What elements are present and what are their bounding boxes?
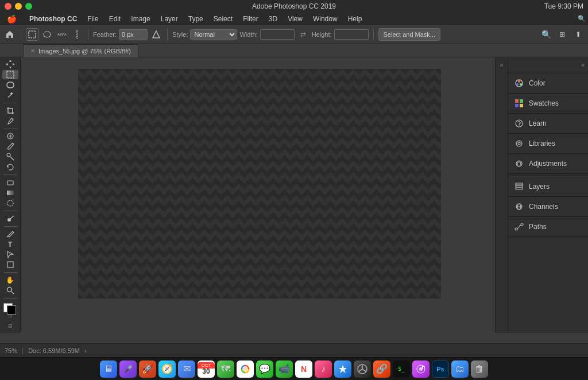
traffic-lights[interactable] — [5, 3, 32, 10]
dock-siri[interactable]: 🎤 — [119, 360, 137, 378]
svg-point-14 — [7, 287, 11, 292]
document-tab[interactable]: ✕ Images_56.jpg @ 75% (RGB/8#) — [23, 44, 138, 57]
menu-app-name[interactable]: Photoshop CC — [25, 14, 82, 24]
menu-edit[interactable]: Edit — [105, 14, 126, 24]
feather-input[interactable] — [119, 29, 148, 40]
svg-text:M: M — [258, 227, 261, 231]
dock-launchpad[interactable]: 🚀 — [139, 360, 156, 378]
hand-tool[interactable]: ✋ — [2, 276, 18, 285]
image-canvas[interactable]: M — [78, 69, 441, 298]
ellipse-marquee-btn[interactable] — [41, 28, 53, 41]
history-tool[interactable] — [2, 162, 18, 172]
menu-help[interactable]: Help — [343, 14, 367, 24]
dock-trash[interactable]: 🗑 — [471, 360, 488, 378]
maximize-button[interactable] — [25, 3, 32, 10]
menu-image[interactable]: Image — [126, 14, 154, 24]
magic-wand-tool[interactable] — [2, 91, 18, 100]
menu-3d[interactable]: 3D — [264, 14, 282, 24]
lasso-tool[interactable] — [2, 80, 18, 90]
tab-close[interactable]: ✕ — [30, 48, 35, 54]
svg-line-12 — [10, 216, 14, 219]
dock-finder[interactable]: 🖥 — [100, 360, 117, 378]
marquee-tool[interactable] — [2, 70, 18, 79]
panel-item-paths[interactable]: Paths — [508, 217, 588, 237]
menu-file[interactable]: File — [83, 14, 103, 24]
panel-divider — [508, 175, 588, 176]
path-select-tool[interactable] — [2, 250, 18, 259]
home-btn[interactable] — [3, 28, 16, 41]
color-label: Color — [529, 79, 546, 87]
dock-terminal[interactable]: $_ — [393, 360, 410, 378]
dock-mercedes[interactable] — [354, 360, 371, 378]
panel-collapse-top[interactable]: « — [497, 60, 507, 70]
crop-tool[interactable] — [2, 106, 18, 115]
swap-dimensions-btn[interactable]: ⇄ — [297, 28, 310, 41]
panel-item-libraries[interactable]: Libraries — [508, 134, 588, 154]
dock-photos[interactable] — [237, 360, 254, 378]
menu-view[interactable]: View — [283, 14, 307, 24]
refine-edge-btn[interactable] — [150, 28, 163, 41]
heal-tool[interactable] — [2, 131, 18, 141]
svg-rect-3 — [76, 30, 78, 38]
move-tool[interactable] — [2, 60, 18, 69]
select-mask-btn[interactable]: Select and Mask... — [378, 28, 441, 41]
row-marquee-btn[interactable] — [56, 28, 68, 41]
panel-item-color[interactable]: Color — [508, 73, 588, 94]
eyedropper-tool[interactable] — [2, 117, 18, 126]
gradient-tool[interactable] — [2, 188, 18, 197]
height-input[interactable] — [334, 29, 369, 40]
search-btn[interactable]: 🔍 — [540, 28, 552, 41]
width-input[interactable] — [260, 29, 295, 40]
learn-label: Learn — [529, 119, 547, 127]
status-arrow[interactable]: › — [84, 347, 87, 354]
arrange-btn[interactable]: ⊞ — [556, 28, 568, 41]
menu-select[interactable]: Select — [209, 14, 237, 24]
dock-appstore[interactable] — [334, 360, 351, 378]
menu-filter[interactable]: Filter — [238, 14, 263, 24]
dock-calendar[interactable]: OCT 30 — [198, 360, 215, 378]
search-icon[interactable]: 🔍 — [578, 15, 586, 22]
dock-photoshop[interactable]: Ps — [432, 360, 449, 378]
screen-mode-btn[interactable]: ⊟ — [2, 321, 18, 331]
menu-window[interactable]: Window — [308, 14, 342, 24]
rect-marquee-btn[interactable] — [26, 28, 38, 41]
dodge-tool[interactable] — [2, 214, 18, 223]
svg-point-24 — [369, 207, 398, 218]
dock-music[interactable]: ♪ — [315, 360, 332, 378]
panel-item-channels[interactable]: Channels — [508, 197, 588, 217]
dock-finder2[interactable]: 🗂 — [451, 360, 469, 378]
apple-menu[interactable]: 🍎 — [2, 13, 21, 25]
dock-magnet[interactable]: 🔗 — [373, 360, 390, 378]
dock-maps[interactable]: 🗺 — [217, 360, 234, 378]
dock-itunes[interactable] — [412, 360, 430, 378]
text-tool[interactable]: T — [2, 239, 18, 249]
brush-tool[interactable] — [2, 142, 18, 151]
panel-item-adjustments[interactable]: Adjustments — [508, 154, 588, 174]
dock-safari[interactable]: 🧭 — [158, 360, 176, 378]
share-btn[interactable]: ⬆ — [572, 28, 585, 41]
menu-type[interactable]: Type — [184, 14, 208, 24]
panel-item-swatches[interactable]: Swatches — [508, 94, 588, 114]
panel-item-learn[interactable]: Learn — [508, 114, 588, 134]
svg-point-10 — [7, 200, 13, 206]
col-marquee-btn[interactable] — [71, 28, 83, 41]
dock-facetime[interactable]: 📹 — [276, 360, 293, 378]
style-select[interactable]: Normal Fixed Ratio Fixed Size — [190, 29, 237, 40]
close-button[interactable] — [5, 3, 11, 10]
eraser-tool[interactable] — [2, 178, 18, 187]
minimize-button[interactable] — [15, 3, 22, 10]
pen-tool[interactable] — [2, 229, 18, 238]
panel-item-layers[interactable]: Layers — [508, 177, 588, 197]
blur-tool[interactable] — [2, 199, 18, 208]
menu-layer[interactable]: Layer — [156, 14, 183, 24]
panel-collapse-btn[interactable]: « — [581, 62, 585, 68]
dock-mail[interactable]: ✉ — [178, 360, 195, 378]
shape-tool[interactable] — [2, 260, 18, 269]
zoom-tool[interactable] — [2, 286, 18, 295]
color-picker[interactable] — [2, 302, 18, 310]
svg-point-1 — [44, 32, 51, 37]
dock-news[interactable]: N — [295, 360, 312, 378]
clone-tool[interactable] — [2, 152, 18, 161]
dock-messages[interactable]: 💬 — [256, 360, 273, 378]
svg-point-7 — [7, 153, 10, 157]
